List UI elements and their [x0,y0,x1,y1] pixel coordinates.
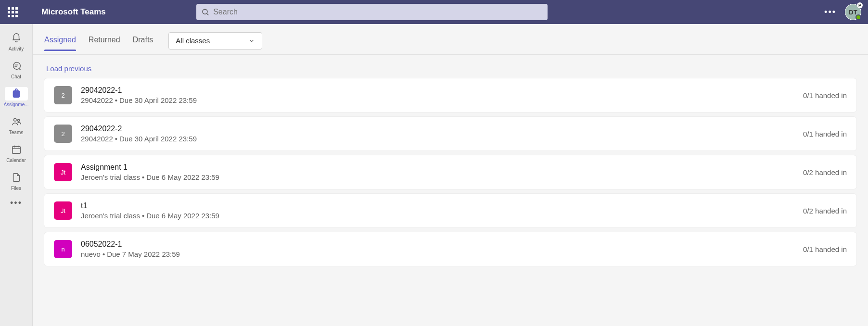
tab-assigned[interactable]: Assigned [44,36,76,51]
svg-point-0 [203,9,207,14]
assignment-card[interactable]: Jtt1Jeroen's trial class•Due 6 May 2022 … [44,194,856,227]
presence-indicator [855,14,861,20]
assignment-body: t1Jeroen's trial class•Due 6 May 2022 23… [81,201,794,220]
rail-label: Assignme... [3,102,28,107]
assignment-status: 0/1 handed in [803,91,847,100]
assignment-card[interactable]: JtAssignment 1Jeroen's trial class•Due 6… [44,155,856,189]
avatar-initials: DT [849,9,857,16]
app-title: Microsoft Teams [41,7,106,17]
search-box[interactable] [196,4,548,20]
rail-label: Calendar [6,158,26,163]
assignment-status: 0/2 handed in [803,168,847,176]
rail-item-activity[interactable]: Activity [0,28,32,55]
assignment-subtitle: Jeroen's trial class•Due 6 May 2022 23:5… [81,173,794,181]
tab-drafts[interactable]: Drafts [133,36,153,51]
class-filter-dropdown[interactable]: All classes [168,32,262,50]
assignment-status: 0/1 handed in [803,130,847,138]
class-thumbnail: Jt [54,163,72,181]
rail-item-files[interactable]: Files [0,167,32,194]
assignment-subtitle: 29042022•Due 30 April 2022 23:59 [81,135,794,143]
assignment-body: Assignment 1Jeroen's trial class•Due 6 M… [81,163,794,181]
tab-returned[interactable]: Returned [89,36,120,51]
rail-label: Teams [9,130,23,135]
assignment-title: 29042022-2 [81,125,794,133]
main: Assigned Returned Drafts All classes Loa… [33,24,868,326]
backpack-icon [5,87,28,100]
search-icon [201,8,209,16]
assignment-body: 06052022-1nuevo•Due 7 May 2022 23:59 [81,240,794,258]
svg-point-5 [17,119,19,121]
header-more-icon[interactable]: ••• [824,7,836,17]
class-thumbnail: n [54,240,72,258]
assignment-card[interactable]: 229042022-129042022•Due 30 April 2022 23… [44,78,856,112]
tabs-row: Assigned Returned Drafts All classes [33,24,868,55]
class-thumbnail: 2 [54,86,72,104]
assignment-card[interactable]: 229042022-229042022•Due 30 April 2022 23… [44,117,856,150]
search-input[interactable] [213,8,543,16]
rail-item-teams[interactable]: Teams [0,112,32,138]
assignment-card[interactable]: n06052022-1nuevo•Due 7 May 2022 23:590/1… [44,232,856,266]
assignment-subtitle: 29042022•Due 30 April 2022 23:59 [81,96,794,104]
file-icon [5,171,28,184]
load-previous-link[interactable]: Load previous [46,64,91,73]
assignment-subtitle: nuevo•Due 7 May 2022 23:59 [81,250,794,258]
class-filter-value: All classes [176,37,210,45]
assignment-title: Assignment 1 [81,163,794,172]
teams-icon [5,115,28,128]
chevron-down-icon [248,38,255,44]
content: Activity Chat Assignme... Teams Calendar [0,24,868,326]
search-container [196,4,548,20]
assignment-body: 29042022-229042022•Due 30 April 2022 23:… [81,125,794,143]
class-thumbnail: Jt [54,201,72,220]
plan-badge: P [857,2,863,8]
assignment-title: t1 [81,201,794,210]
rail-item-chat[interactable]: Chat [0,56,32,83]
rail-label: Files [11,186,21,191]
rail-label: Chat [11,74,21,79]
header-right: ••• DT P [824,4,861,20]
rail-label: Activity [9,46,24,51]
assignment-title: 29042022-1 [81,86,794,95]
rail-more-icon[interactable]: ••• [10,198,22,208]
assignment-status: 0/2 handed in [803,207,847,215]
calendar-icon [5,143,28,156]
bell-icon [5,31,28,45]
assignments-list: Load previous 229042022-129042022•Due 30… [33,55,868,282]
left-rail: Activity Chat Assignme... Teams Calendar [0,24,33,326]
assignment-body: 29042022-129042022•Due 30 April 2022 23:… [81,86,794,104]
class-thumbnail: 2 [54,125,72,143]
assignment-title: 06052022-1 [81,240,794,249]
app-header: Microsoft Teams ••• DT P [0,0,868,24]
svg-line-1 [207,13,208,15]
assignment-subtitle: Jeroen's trial class•Due 6 May 2022 23:5… [81,212,794,220]
rail-item-calendar[interactable]: Calendar [0,139,32,166]
svg-rect-6 [12,147,20,154]
avatar[interactable]: DT P [845,4,861,20]
chat-icon [5,59,28,73]
svg-point-4 [13,119,16,122]
app-launcher-icon[interactable] [7,6,18,18]
rail-item-assignments[interactable]: Assignme... [0,84,32,111]
assignment-status: 0/1 handed in [803,245,847,253]
